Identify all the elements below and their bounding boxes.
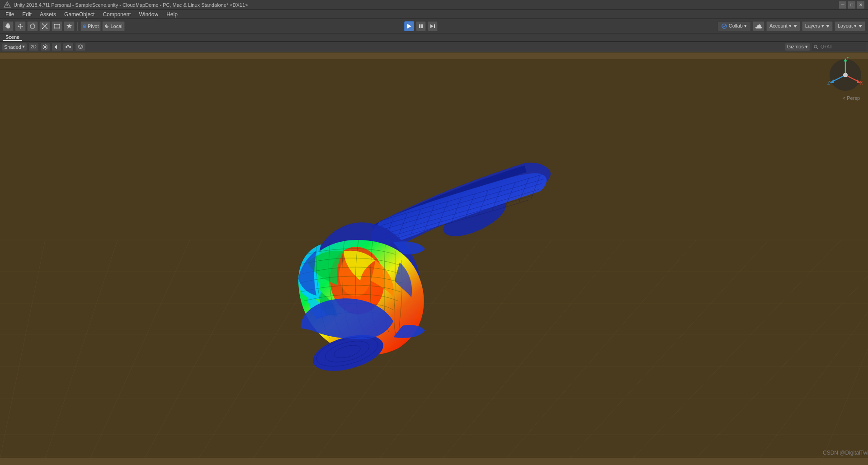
svg-text:Y: Y [846,57,849,61]
menu-help[interactable]: Help [163,10,181,19]
svg-rect-11 [47,28,47,29]
svg-marker-25 [430,24,434,28]
viewport: CSDN @DigitalTwin_hjh Y X Z < Persp [0,52,868,465]
main-toolbar: Pivot Local Collab ▾ Account ▾ La [0,19,868,33]
toolbar-left: Pivot Local [3,21,125,31]
gizmos-button[interactable]: Gizmos ▾ [785,43,810,51]
persp-label: < Persp [843,95,860,101]
audio-button[interactable] [52,43,61,51]
menu-bar: File Edit Assets GameObject Component Wi… [0,10,868,19]
rotate-tool-button[interactable] [27,21,38,31]
layout-button[interactable]: Layout ▾ [835,21,865,31]
svg-rect-26 [434,24,435,28]
gizmos-label: Gizmos ▾ [787,44,808,50]
pause-button[interactable] [416,21,426,31]
watermark-text: CSDN @DigitalTwin_hjh [823,450,868,456]
maximize-button[interactable]: □ [848,1,855,9]
play-button[interactable] [404,21,414,31]
svg-point-16 [59,27,60,28]
menu-file[interactable]: File [2,10,18,19]
sun-icon [42,44,48,50]
fx-button[interactable] [63,43,74,51]
shading-label: Shaded [4,44,21,50]
svg-point-15 [54,27,55,28]
svg-line-33 [43,45,44,46]
menu-gameobject[interactable]: GameObject [61,10,98,19]
svg-point-13 [54,23,55,24]
unity-logo-icon [4,1,11,9]
scale-tool-button[interactable] [39,21,50,31]
search-input[interactable] [812,43,866,51]
layers-chevron-icon [826,25,830,28]
scene-toolbar-right: Gizmos ▾ [785,43,866,51]
title-bar-controls[interactable]: ─ □ ✕ [839,1,864,9]
account-button[interactable]: Account ▾ [766,21,800,31]
search-box [812,43,866,51]
move-tool-button[interactable] [15,21,26,31]
local-label: Local [110,23,122,29]
2d-label: 2D [31,44,37,49]
layers-label: Layers ▾ [805,23,824,29]
menu-assets[interactable]: Assets [36,10,60,19]
svg-text:X: X [860,80,863,85]
svg-point-38 [67,45,69,47]
cloud-icon [755,23,762,29]
effects-icon [65,44,71,50]
svg-rect-24 [421,24,423,28]
svg-line-35 [47,45,47,46]
collab-label: Collab ▾ [729,23,747,29]
svg-point-28 [44,46,46,48]
svg-text:Z: Z [827,80,830,85]
layers-stack-icon [77,44,84,50]
menu-window[interactable]: Window [135,10,162,19]
lighting-button[interactable] [40,43,50,51]
collab-button[interactable]: Collab ▾ [717,21,751,31]
menu-component[interactable]: Component [99,10,134,19]
axes-gizmo: Y X Z [827,57,863,93]
menu-edit[interactable]: Edit [19,10,35,19]
svg-point-18 [84,25,85,27]
title-bar-left: Unity 2018.4.7f1 Personal - SampleScene.… [4,1,248,9]
svg-marker-22 [407,24,411,28]
layout-label: Layout ▾ [838,23,857,29]
svg-line-41 [817,47,818,49]
2d-button[interactable]: 2D [28,43,39,51]
audio-icon [54,44,59,50]
collab-check-icon [722,23,727,29]
pivot-button[interactable]: Pivot [80,21,101,31]
svg-point-40 [814,45,817,48]
toolbar-center [404,21,438,31]
svg-point-97 [843,73,848,77]
layers-button[interactable]: Layers ▾ [802,21,833,31]
minimize-button[interactable]: ─ [839,1,846,9]
scene-tab[interactable]: Scene [3,34,22,41]
pivot-label: Pivot [88,23,99,29]
transform-tool-button[interactable] [64,21,75,31]
svg-line-36 [43,48,44,49]
toolbar-right: Collab ▾ Account ▾ Layers ▾ Layout ▾ [717,21,865,31]
account-chevron-icon [793,25,797,28]
scene-3d-view: CSDN @DigitalTwin_hjh [0,52,868,465]
local-button[interactable]: Local [102,21,124,31]
svg-point-39 [69,46,71,48]
svg-rect-9 [42,28,43,29]
svg-point-2 [30,24,35,28]
layout-chevron-icon [859,25,862,28]
title-bar: Unity 2018.4.7f1 Personal - SampleScene.… [0,0,868,10]
cloud-button[interactable] [753,21,764,31]
svg-rect-23 [419,24,420,28]
scene-header: Scene [0,33,868,42]
svg-rect-7 [47,23,47,24]
rect-tool-button[interactable] [52,21,62,31]
svg-rect-12 [55,24,59,28]
hand-tool-button[interactable] [3,21,14,31]
scene-toolbar: Shaded 2D [0,42,868,52]
step-button[interactable] [428,21,438,31]
close-button[interactable]: ✕ [857,1,864,9]
title-bar-title: Unity 2018.4.7f1 Personal - SampleScene.… [14,2,248,8]
scene-visibility-button[interactable] [75,43,86,51]
svg-point-14 [59,23,60,24]
account-label: Account ▾ [769,23,792,29]
svg-line-34 [47,48,47,49]
shading-dropdown[interactable]: Shaded [2,43,27,51]
